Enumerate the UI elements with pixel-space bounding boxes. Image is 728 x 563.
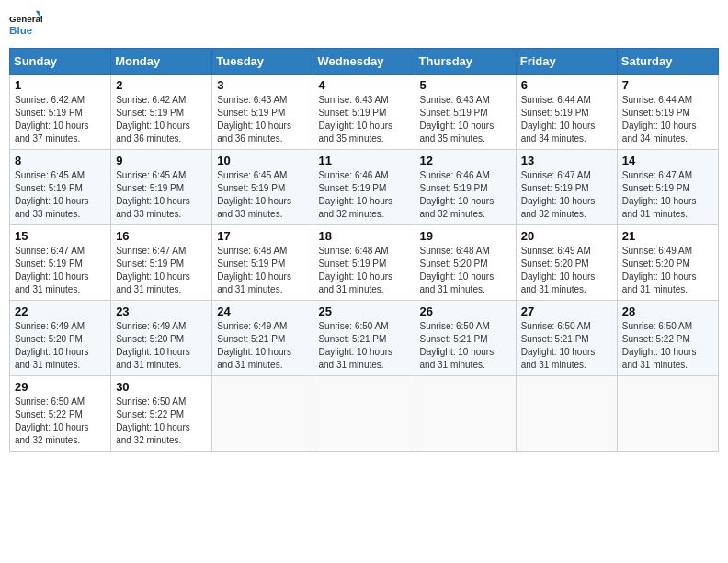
day-info: Sunrise: 6:50 AMSunset: 5:21 PMDaylight:…	[521, 321, 596, 370]
day-cell: 20 Sunrise: 6:49 AMSunset: 5:20 PMDaylig…	[516, 225, 617, 301]
week-row-1: 1 Sunrise: 6:42 AMSunset: 5:19 PMDayligh…	[10, 75, 719, 150]
day-info: Sunrise: 6:48 AMSunset: 5:19 PMDaylight:…	[318, 246, 392, 294]
day-cell: 10 Sunrise: 6:45 AMSunset: 5:19 PMDaylig…	[212, 150, 313, 225]
day-info: Sunrise: 6:42 AMSunset: 5:19 PMDaylight:…	[15, 95, 89, 144]
day-info: Sunrise: 6:50 AMSunset: 5:21 PMDaylight:…	[420, 321, 495, 370]
day-info: Sunrise: 6:47 AMSunset: 5:19 PMDaylight:…	[521, 170, 596, 219]
day-info: Sunrise: 6:50 AMSunset: 5:21 PMDaylight:…	[318, 321, 392, 370]
day-cell: 3 Sunrise: 6:43 AMSunset: 5:19 PMDayligh…	[212, 75, 313, 150]
day-cell: 14 Sunrise: 6:47 AMSunset: 5:19 PMDaylig…	[617, 150, 718, 225]
day-cell: 30 Sunrise: 6:50 AMSunset: 5:22 PMDaylig…	[111, 376, 212, 452]
day-cell: 16 Sunrise: 6:47 AMSunset: 5:19 PMDaylig…	[111, 225, 212, 301]
day-number: 30	[116, 380, 207, 394]
day-info: Sunrise: 6:48 AMSunset: 5:20 PMDaylight:…	[420, 246, 495, 294]
day-info: Sunrise: 6:50 AMSunset: 5:22 PMDaylight:…	[622, 321, 697, 370]
day-info: Sunrise: 6:49 AMSunset: 5:21 PMDaylight:…	[217, 321, 291, 370]
day-info: Sunrise: 6:49 AMSunset: 5:20 PMDaylight:…	[15, 321, 89, 370]
day-info: Sunrise: 6:47 AMSunset: 5:19 PMDaylight:…	[622, 170, 697, 219]
day-number: 17	[217, 229, 308, 243]
day-info: Sunrise: 6:48 AMSunset: 5:19 PMDaylight:…	[217, 246, 291, 294]
logo-icon: General Blue	[9, 9, 42, 42]
day-number: 2	[116, 78, 207, 92]
day-cell: 12 Sunrise: 6:46 AMSunset: 5:19 PMDaylig…	[415, 150, 516, 225]
day-number: 12	[420, 154, 511, 167]
day-info: Sunrise: 6:50 AMSunset: 5:22 PMDaylight:…	[15, 396, 89, 445]
day-info: Sunrise: 6:45 AMSunset: 5:19 PMDaylight:…	[15, 170, 89, 219]
day-cell: 17 Sunrise: 6:48 AMSunset: 5:19 PMDaylig…	[212, 225, 313, 301]
day-info: Sunrise: 6:43 AMSunset: 5:19 PMDaylight:…	[420, 95, 495, 144]
day-number: 10	[217, 154, 308, 167]
day-number: 13	[521, 154, 612, 167]
day-cell: 21 Sunrise: 6:49 AMSunset: 5:20 PMDaylig…	[617, 225, 718, 301]
header: General Blue	[9, 9, 719, 42]
day-cell: 15 Sunrise: 6:47 AMSunset: 5:19 PMDaylig…	[10, 225, 111, 301]
weekday-header-monday: Monday	[111, 49, 212, 75]
weekday-header-row: SundayMondayTuesdayWednesdayThursdayFrid…	[10, 49, 719, 75]
week-row-3: 15 Sunrise: 6:47 AMSunset: 5:19 PMDaylig…	[10, 225, 719, 301]
day-info: Sunrise: 6:49 AMSunset: 5:20 PMDaylight:…	[521, 246, 596, 294]
day-cell: 6 Sunrise: 6:44 AMSunset: 5:19 PMDayligh…	[516, 75, 617, 150]
week-row-5: 29 Sunrise: 6:50 AMSunset: 5:22 PMDaylig…	[10, 376, 719, 452]
day-number: 24	[217, 304, 308, 318]
weekday-header-sunday: Sunday	[10, 49, 111, 75]
svg-text:General: General	[9, 14, 42, 24]
day-info: Sunrise: 6:47 AMSunset: 5:19 PMDaylight:…	[116, 246, 190, 294]
day-number: 21	[622, 229, 713, 243]
logo: General Blue	[9, 9, 42, 42]
day-cell: 2 Sunrise: 6:42 AMSunset: 5:19 PMDayligh…	[111, 75, 212, 150]
day-cell	[617, 376, 718, 452]
day-number: 15	[15, 229, 106, 243]
week-row-2: 8 Sunrise: 6:45 AMSunset: 5:19 PMDayligh…	[10, 150, 719, 225]
day-cell	[212, 376, 313, 452]
day-cell: 23 Sunrise: 6:49 AMSunset: 5:20 PMDaylig…	[111, 301, 212, 376]
day-number: 25	[318, 304, 409, 318]
day-info: Sunrise: 6:45 AMSunset: 5:19 PMDaylight:…	[217, 170, 291, 219]
day-number: 5	[420, 78, 511, 92]
day-info: Sunrise: 6:44 AMSunset: 5:19 PMDaylight:…	[521, 95, 596, 144]
day-number: 27	[521, 304, 612, 318]
day-info: Sunrise: 6:43 AMSunset: 5:19 PMDaylight:…	[318, 95, 392, 144]
day-cell: 29 Sunrise: 6:50 AMSunset: 5:22 PMDaylig…	[10, 376, 111, 452]
day-info: Sunrise: 6:50 AMSunset: 5:22 PMDaylight:…	[116, 396, 190, 445]
day-cell: 24 Sunrise: 6:49 AMSunset: 5:21 PMDaylig…	[212, 301, 313, 376]
day-number: 28	[622, 304, 713, 318]
day-cell: 13 Sunrise: 6:47 AMSunset: 5:19 PMDaylig…	[516, 150, 617, 225]
day-cell: 11 Sunrise: 6:46 AMSunset: 5:19 PMDaylig…	[313, 150, 415, 225]
day-cell: 4 Sunrise: 6:43 AMSunset: 5:19 PMDayligh…	[313, 75, 415, 150]
day-number: 1	[15, 78, 106, 92]
day-cell: 7 Sunrise: 6:44 AMSunset: 5:19 PMDayligh…	[617, 75, 718, 150]
day-number: 26	[420, 304, 511, 318]
day-cell	[415, 376, 516, 452]
day-number: 11	[318, 154, 409, 167]
day-cell: 28 Sunrise: 6:50 AMSunset: 5:22 PMDaylig…	[617, 301, 718, 376]
day-number: 22	[15, 304, 106, 318]
weekday-header-saturday: Saturday	[617, 49, 718, 75]
day-number: 9	[116, 154, 207, 167]
day-number: 16	[116, 229, 207, 243]
day-number: 20	[521, 229, 612, 243]
day-cell: 26 Sunrise: 6:50 AMSunset: 5:21 PMDaylig…	[415, 301, 516, 376]
day-cell: 9 Sunrise: 6:45 AMSunset: 5:19 PMDayligh…	[111, 150, 212, 225]
day-cell: 25 Sunrise: 6:50 AMSunset: 5:21 PMDaylig…	[313, 301, 415, 376]
day-info: Sunrise: 6:43 AMSunset: 5:19 PMDaylight:…	[217, 95, 291, 144]
day-number: 23	[116, 304, 207, 318]
day-info: Sunrise: 6:42 AMSunset: 5:19 PMDaylight:…	[116, 95, 190, 144]
day-number: 14	[622, 154, 713, 167]
day-number: 4	[318, 78, 409, 92]
day-info: Sunrise: 6:46 AMSunset: 5:19 PMDaylight:…	[318, 170, 392, 219]
svg-text:Blue: Blue	[9, 24, 33, 36]
day-info: Sunrise: 6:49 AMSunset: 5:20 PMDaylight:…	[622, 246, 697, 294]
day-number: 19	[420, 229, 511, 243]
weekday-header-thursday: Thursday	[415, 49, 516, 75]
day-cell	[516, 376, 617, 452]
day-cell: 22 Sunrise: 6:49 AMSunset: 5:20 PMDaylig…	[10, 301, 111, 376]
day-info: Sunrise: 6:46 AMSunset: 5:19 PMDaylight:…	[420, 170, 495, 219]
day-cell	[313, 376, 415, 452]
day-info: Sunrise: 6:49 AMSunset: 5:20 PMDaylight:…	[116, 321, 190, 370]
day-cell: 18 Sunrise: 6:48 AMSunset: 5:19 PMDaylig…	[313, 225, 415, 301]
day-number: 7	[622, 78, 713, 92]
weekday-header-wednesday: Wednesday	[313, 49, 415, 75]
day-info: Sunrise: 6:47 AMSunset: 5:19 PMDaylight:…	[15, 246, 89, 294]
day-number: 8	[15, 154, 106, 167]
day-cell: 19 Sunrise: 6:48 AMSunset: 5:20 PMDaylig…	[415, 225, 516, 301]
